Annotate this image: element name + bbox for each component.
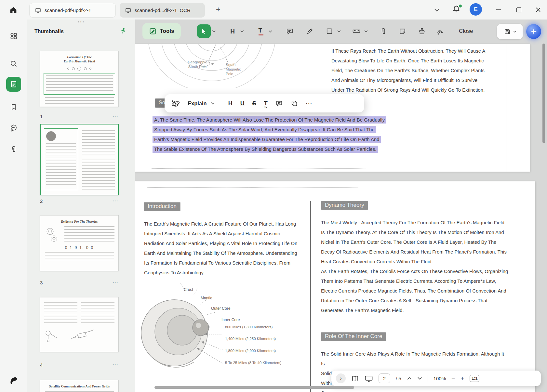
maximize-button[interactable] xyxy=(513,5,524,14)
previous-page-chevron-icon[interactable] xyxy=(407,377,412,380)
stamp-tool-button[interactable] xyxy=(415,25,428,38)
attach-tool-button[interactable] xyxy=(377,25,390,38)
strikethrough-button[interactable]: S xyxy=(252,100,256,106)
page-thumbnail-3[interactable]: Evidence For The Theories 0 1 9 1. 0 0 xyxy=(40,215,119,271)
sidebar-item-thumbnails[interactable] xyxy=(6,77,21,92)
sidebar-item-attachments[interactable] xyxy=(6,142,21,157)
tab-label: scanned-pd...df-2-1_OCR xyxy=(135,7,191,13)
measure-tool-chevron-icon[interactable] xyxy=(364,30,368,33)
page-thumbnail-1[interactable]: Formation Of The Earth's Magnetic Field xyxy=(40,51,119,107)
panel-drag-handle[interactable]: ⋯ xyxy=(27,20,135,26)
notifications-bell-icon[interactable] xyxy=(451,4,462,15)
text-tool-button[interactable]: T xyxy=(254,25,267,38)
heading-chip-role-of-inner-core[interactable]: Role Of The Inner Core xyxy=(321,332,386,341)
select-tool-button[interactable] xyxy=(197,24,211,38)
next-page-chevron-icon[interactable] xyxy=(417,377,422,380)
page-number-input[interactable]: 2 xyxy=(379,373,390,383)
explain-chevron-icon[interactable] xyxy=(211,102,215,105)
thumbnail-more-icon[interactable]: ⋯ xyxy=(112,197,119,204)
thumbnail-content-sketch xyxy=(44,302,114,325)
heading-chip-introduction[interactable]: Introduction xyxy=(144,202,180,211)
thumbnail-content-sketch xyxy=(40,67,118,71)
new-tab-button[interactable]: + xyxy=(213,5,223,14)
text-icon: T xyxy=(259,27,263,35)
search-icon xyxy=(10,60,18,68)
thumbnail-more-icon[interactable]: ⋯ xyxy=(112,113,119,120)
home-button[interactable] xyxy=(7,3,20,17)
thumbnail-more-icon[interactable]: ⋯ xyxy=(112,361,119,368)
signature-icon xyxy=(436,27,445,35)
save-button[interactable] xyxy=(497,24,523,39)
diagram-label-south-magnetic-pole: South Magnetic Pole xyxy=(226,62,245,76)
thumbnail-content-sketch xyxy=(45,97,114,106)
sidebar-item-bookmarks[interactable] xyxy=(6,99,21,114)
thumbnail-row-1: 1 ⋯ xyxy=(40,112,119,120)
heading-format-button[interactable]: H xyxy=(228,100,233,106)
ocr-zone-box xyxy=(44,128,78,190)
tab-list-chevron-icon[interactable] xyxy=(433,6,441,14)
tab-scanned-pdf-ocr[interactable]: scanned-pd...df-2-1_OCR xyxy=(120,3,205,18)
save-icon xyxy=(504,28,511,35)
introduction-paragraph: The Earth's Magnetic Field, A Crucial Fe… xyxy=(144,219,298,278)
comment-tool-button[interactable] xyxy=(283,25,296,38)
thumbnail-content-sketch xyxy=(46,131,56,141)
tab-scanned-pdf[interactable]: scanned-pdf-updf-2-1 xyxy=(29,3,116,18)
pin-panel-icon[interactable] xyxy=(119,27,128,36)
document-canvas: Tools H T xyxy=(135,20,547,392)
selected-text-block[interactable]: At The Same Time, The Atmosphere Will Al… xyxy=(153,115,386,154)
measure-tool-button[interactable] xyxy=(350,25,363,38)
page-number-label: 4 xyxy=(40,362,43,368)
sidebar-item-comments[interactable] xyxy=(6,120,21,135)
page1-paragraph: If These Rays Reach The Earth Without Ob… xyxy=(331,46,491,95)
save-chevron-icon xyxy=(513,31,516,33)
shape-tool-chevron-icon[interactable] xyxy=(337,30,341,33)
ai-assistant-button[interactable] xyxy=(526,24,541,39)
app-logo-icon[interactable] xyxy=(6,373,21,388)
ai-sparkle-icon xyxy=(530,28,538,35)
heading-tool-button[interactable]: H xyxy=(226,25,239,38)
heading-icon: H xyxy=(230,28,235,34)
explain-button[interactable]: Explain xyxy=(188,100,207,107)
diagram-label-geographic-south-pole: Geographic South Pole xyxy=(184,60,211,69)
expand-bar-button[interactable]: › xyxy=(336,373,346,383)
zoom-out-button[interactable]: − xyxy=(451,375,455,382)
pen-tool-button[interactable] xyxy=(303,25,316,38)
maximize-icon xyxy=(516,7,521,12)
minimize-button[interactable] xyxy=(493,5,504,14)
squiggly-underline-button[interactable]: T〜 xyxy=(264,100,268,106)
copy-button[interactable] xyxy=(291,100,298,107)
underline-button[interactable]: U xyxy=(240,100,245,106)
actual-size-button[interactable]: 1:1 xyxy=(470,375,479,382)
user-avatar[interactable]: E xyxy=(470,3,482,16)
page-thumbnail-5[interactable]: Satellite Communications And Power Grids xyxy=(40,380,119,392)
heading-chip-dynamo-theory[interactable]: Dynamo Theory xyxy=(321,201,368,210)
sidebar-item-search[interactable] xyxy=(6,56,21,71)
page-number-label: 1 xyxy=(40,114,43,119)
zoom-in-button[interactable]: + xyxy=(460,375,464,382)
close-window-button[interactable] xyxy=(533,5,544,14)
home-icon xyxy=(9,6,18,15)
tools-button[interactable]: Tools xyxy=(142,23,181,39)
page-thumbnail-2[interactable] xyxy=(40,124,119,195)
vertical-scrollbar[interactable] xyxy=(542,44,545,143)
close-editor-button[interactable]: Close xyxy=(459,28,473,34)
sidebar-item-apps[interactable] xyxy=(6,29,21,44)
sticker-tool-button[interactable] xyxy=(396,25,409,38)
document-tab-icon xyxy=(35,7,41,14)
heading-tool-chevron-icon[interactable] xyxy=(240,30,244,33)
comment-selection-button[interactable] xyxy=(275,100,283,107)
select-tool-chevron-icon[interactable] xyxy=(212,30,216,33)
presentation-mode-icon[interactable] xyxy=(365,374,373,382)
thumbnail-more-icon[interactable]: ⋯ xyxy=(112,279,119,286)
reading-mode-icon[interactable] xyxy=(351,374,359,382)
column-divider xyxy=(310,201,311,392)
horizontal-scrollbar[interactable] xyxy=(154,386,354,389)
stamp-icon xyxy=(418,27,426,35)
shape-tool-button[interactable] xyxy=(323,25,336,38)
page-thumbnail-4[interactable] xyxy=(40,297,119,352)
signature-tool-button[interactable] xyxy=(434,25,447,38)
text-tool-chevron-icon[interactable] xyxy=(269,30,272,33)
tools-icon xyxy=(149,27,157,35)
thumbnail-content-sketch xyxy=(44,226,114,243)
selection-more-button[interactable]: ⋯ xyxy=(306,99,313,107)
